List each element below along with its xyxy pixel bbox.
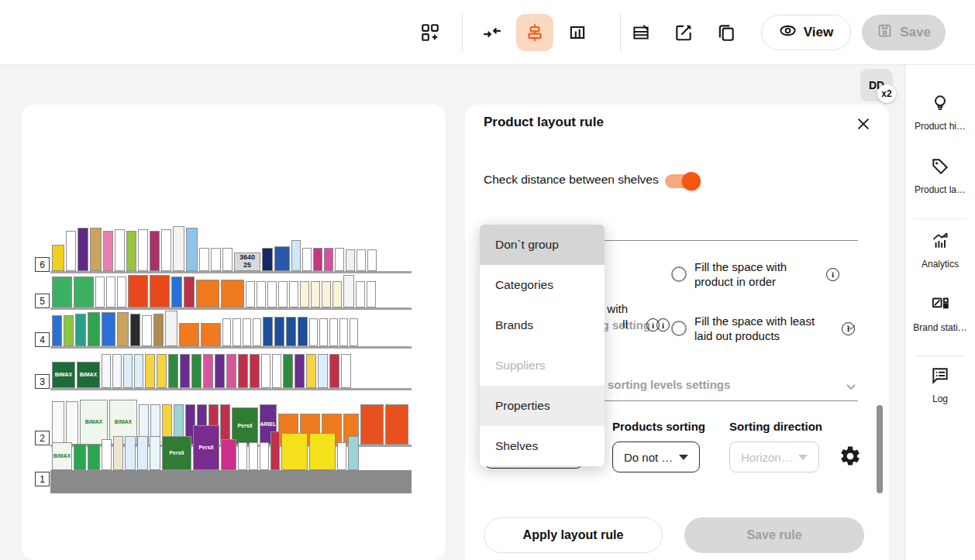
product[interactable] <box>52 245 64 271</box>
product[interactable] <box>367 281 376 307</box>
shelf-number-5[interactable]: 5 <box>35 294 50 308</box>
product[interactable] <box>263 317 273 346</box>
gear-icon[interactable] <box>839 445 862 468</box>
product[interactable] <box>112 354 122 388</box>
product[interactable] <box>203 354 213 388</box>
product[interactable] <box>221 439 236 470</box>
product[interactable] <box>95 277 105 307</box>
planogram-columns-icon[interactable] <box>562 17 593 48</box>
sidebar-item-log[interactable]: Log <box>905 366 975 404</box>
product[interactable] <box>243 318 251 346</box>
sidebar-item-brand-statistics[interactable]: Brand stati… <box>905 294 975 333</box>
product[interactable] <box>309 318 318 346</box>
product[interactable] <box>319 318 328 346</box>
product[interactable] <box>165 311 177 346</box>
menu-item-categories[interactable]: Categories <box>480 265 605 305</box>
product[interactable] <box>262 248 273 271</box>
product[interactable] <box>346 249 355 271</box>
product[interactable] <box>201 323 221 346</box>
product[interactable] <box>367 249 377 271</box>
product[interactable] <box>123 354 133 388</box>
product[interactable] <box>78 228 88 271</box>
save-rule-button[interactable]: Save rule <box>684 517 864 553</box>
product[interactable] <box>102 354 111 388</box>
view-button[interactable]: View <box>761 15 851 50</box>
save-button[interactable]: Save <box>862 15 946 50</box>
product[interactable] <box>267 281 277 307</box>
product[interactable] <box>270 431 280 470</box>
product[interactable] <box>153 314 164 346</box>
product[interactable] <box>180 354 190 388</box>
product[interactable] <box>289 281 298 307</box>
edit-square-icon[interactable] <box>668 17 699 48</box>
product[interactable] <box>226 354 236 388</box>
product[interactable] <box>221 280 244 307</box>
product[interactable] <box>298 317 308 346</box>
product[interactable]: Persil <box>162 436 191 470</box>
info-icon[interactable]: i <box>842 322 855 335</box>
product[interactable] <box>126 231 136 271</box>
product[interactable] <box>337 442 346 470</box>
product[interactable]: 3640 25 <box>234 253 260 271</box>
product[interactable] <box>88 444 100 470</box>
product[interactable] <box>253 318 261 346</box>
product[interactable] <box>272 354 281 388</box>
product[interactable] <box>302 248 312 271</box>
product[interactable] <box>137 436 148 470</box>
sidebar-item-product-labels[interactable]: Product la… <box>905 156 975 195</box>
dialog-scrollbar[interactable] <box>877 405 883 493</box>
product[interactable] <box>283 354 293 388</box>
product[interactable] <box>348 436 359 470</box>
shelf-number-3[interactable]: 3 <box>35 374 50 389</box>
chevron-down-icon[interactable] <box>845 380 857 393</box>
shelf-edit-icon[interactable] <box>625 17 656 48</box>
product[interactable] <box>186 228 198 271</box>
product[interactable] <box>261 354 270 388</box>
product[interactable] <box>52 277 72 307</box>
product[interactable] <box>90 228 102 271</box>
product[interactable]: Persil <box>193 425 219 470</box>
product[interactable] <box>295 354 305 388</box>
product[interactable] <box>311 281 320 307</box>
apply-layout-rule-button[interactable]: Apply layout rule <box>484 517 663 553</box>
product[interactable] <box>173 226 184 271</box>
products-sorting-select[interactable]: Do not … <box>612 441 700 472</box>
product[interactable] <box>103 231 113 271</box>
info-icon[interactable]: i <box>826 268 839 281</box>
product[interactable] <box>102 312 115 346</box>
product[interactable] <box>339 318 348 346</box>
product[interactable] <box>150 436 160 470</box>
product[interactable] <box>142 315 152 346</box>
product[interactable] <box>117 277 126 307</box>
sidebar-item-product-highlighting[interactable]: Product hi… <box>905 93 975 132</box>
product[interactable] <box>286 317 296 346</box>
product[interactable] <box>246 281 255 307</box>
product[interactable] <box>184 277 195 307</box>
product[interactable] <box>66 231 76 271</box>
menu-item-brands[interactable]: Brands <box>480 305 605 345</box>
product[interactable] <box>113 436 123 470</box>
product[interactable] <box>343 275 354 307</box>
product[interactable] <box>117 312 129 346</box>
product[interactable] <box>249 442 258 470</box>
shelf-number-1[interactable]: 1 <box>35 472 50 486</box>
product[interactable] <box>329 318 338 346</box>
planogram[interactable]: 6543213640 25BiMAXBiMAXBiMAXBiMAXPersilA… <box>22 105 446 560</box>
product[interactable] <box>106 277 115 307</box>
product[interactable] <box>138 229 148 271</box>
menu-item-properties[interactable]: Properties <box>480 386 605 426</box>
product[interactable] <box>134 354 143 388</box>
product[interactable] <box>145 354 155 388</box>
product[interactable] <box>222 318 231 346</box>
product[interactable] <box>74 444 86 470</box>
close-icon[interactable] <box>855 115 872 132</box>
product[interactable] <box>332 281 342 307</box>
product[interactable] <box>199 248 209 271</box>
product[interactable] <box>191 354 202 388</box>
product[interactable]: BiMAX <box>52 442 72 470</box>
product[interactable] <box>88 312 100 346</box>
product[interactable] <box>309 433 336 470</box>
product[interactable] <box>233 318 241 346</box>
product[interactable] <box>128 275 148 307</box>
product[interactable] <box>168 354 178 388</box>
